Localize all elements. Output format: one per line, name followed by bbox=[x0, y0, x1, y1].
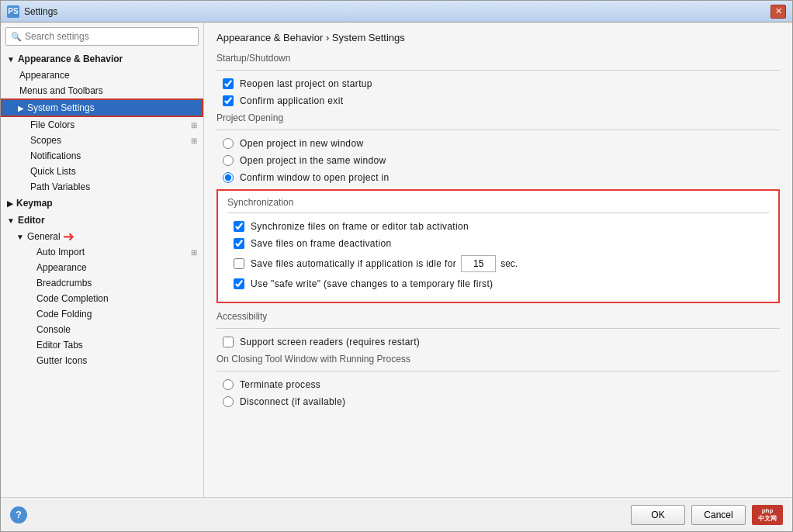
safe-write-row: Use "safe write" (save changes to a temp… bbox=[227, 278, 769, 289]
breadcrumb: Appearance & Behavior › System Settings bbox=[216, 32, 780, 43]
sidebar-item-code-folding[interactable]: Code Folding bbox=[1, 306, 203, 322]
disconnect-row: Disconnect (if available) bbox=[216, 396, 780, 407]
search-box: 🔍 bbox=[5, 27, 199, 46]
radio-same-window-row: Open project in the same window bbox=[216, 155, 780, 166]
footer-left: ? bbox=[10, 506, 27, 523]
arrow-annotation: ➜ bbox=[63, 228, 74, 245]
same-window-radio[interactable] bbox=[223, 155, 234, 166]
save-deactivation-row: Save files on frame deactivation bbox=[227, 238, 769, 249]
sidebar-item-breadcrumbs[interactable]: Breadcrumbs bbox=[1, 275, 203, 291]
terminate-row: Terminate process bbox=[216, 379, 780, 390]
help-button[interactable]: ? bbox=[10, 506, 27, 523]
editor-label: Editor bbox=[18, 215, 45, 226]
sidebar: 🔍 ▼ Appearance & Behavior Appearance Men… bbox=[1, 22, 204, 497]
app-icon: PS bbox=[7, 5, 19, 18]
sync-label: Synchronization bbox=[227, 197, 769, 208]
editor-collapse-icon: ▼ bbox=[7, 216, 15, 225]
save-idle-label-after: sec. bbox=[500, 258, 518, 269]
terminate-radio[interactable] bbox=[223, 379, 234, 390]
save-idle-checkbox[interactable] bbox=[234, 258, 244, 269]
reopen-project-label: Reopen last project on startup bbox=[240, 78, 372, 89]
confirm-exit-checkbox[interactable] bbox=[223, 95, 234, 106]
reopen-project-row: Reopen last project on startup bbox=[216, 78, 780, 89]
ok-button[interactable]: OK bbox=[631, 505, 685, 525]
sidebar-item-code-completion[interactable]: Code Completion bbox=[1, 291, 203, 306]
on-closing-divider bbox=[216, 371, 780, 371]
on-closing-label: On Closing Tool Window with Running Proc… bbox=[216, 354, 780, 364]
general-collapse-icon: ▼ bbox=[16, 233, 24, 241]
radio-confirm-window-row: Confirm window to open project in bbox=[216, 172, 780, 183]
screen-readers-checkbox[interactable] bbox=[223, 337, 234, 347]
save-idle-row: Save files automatically if application … bbox=[227, 255, 769, 272]
idle-value-input[interactable] bbox=[461, 255, 496, 272]
sidebar-section-label: Appearance & Behavior bbox=[18, 54, 123, 64]
disconnect-label: Disconnect (if available) bbox=[240, 396, 345, 407]
sidebar-item-auto-import[interactable]: Auto Import ⊞ bbox=[1, 244, 203, 260]
terminate-label: Terminate process bbox=[240, 379, 320, 390]
sidebar-item-path-variables[interactable]: Path Variables bbox=[1, 179, 203, 195]
new-window-radio[interactable] bbox=[223, 138, 234, 149]
project-opening-divider bbox=[216, 130, 780, 130]
content-area: 🔍 ▼ Appearance & Behavior Appearance Men… bbox=[1, 22, 792, 497]
sidebar-section-appearance-behavior[interactable]: ▼ Appearance & Behavior bbox=[1, 50, 203, 67]
accessibility-divider bbox=[216, 328, 780, 329]
logo-badge: php中文网 bbox=[752, 505, 783, 525]
sidebar-item-system-settings[interactable]: ▶ System Settings bbox=[1, 98, 203, 117]
sidebar-item-general[interactable]: ▼ General ➜ bbox=[1, 229, 203, 244]
safe-write-label: Use "safe write" (save changes to a temp… bbox=[251, 278, 493, 289]
startup-divider bbox=[216, 70, 780, 71]
accessibility-label: Accessibility bbox=[216, 311, 780, 322]
keymap-collapse-icon: ▶ bbox=[7, 199, 13, 208]
sidebar-item-editor-appearance[interactable]: Appearance bbox=[1, 260, 203, 275]
cancel-button[interactable]: Cancel bbox=[691, 505, 746, 525]
sidebar-item-scopes[interactable]: Scopes ⊞ bbox=[1, 133, 203, 148]
sidebar-item-quick-lists[interactable]: Quick Lists bbox=[1, 164, 203, 179]
disconnect-radio[interactable] bbox=[223, 396, 234, 407]
close-button[interactable]: ✕ bbox=[770, 5, 786, 19]
sync-activation-checkbox[interactable] bbox=[234, 221, 244, 232]
search-input[interactable] bbox=[25, 31, 193, 42]
sync-activation-label: Synchronize files on frame or editor tab… bbox=[251, 221, 469, 232]
sidebar-item-gutter-icons[interactable]: Gutter Icons bbox=[1, 353, 203, 368]
sidebar-item-console[interactable]: Console bbox=[1, 322, 203, 337]
sidebar-item-editor-tabs[interactable]: Editor Tabs bbox=[1, 337, 203, 353]
confirm-window-label: Confirm window to open project in bbox=[240, 172, 390, 183]
project-opening-label: Project Opening bbox=[216, 112, 780, 123]
scopes-icon: ⊞ bbox=[191, 136, 197, 145]
collapse-icon: ▼ bbox=[7, 55, 15, 64]
auto-import-icon: ⊞ bbox=[191, 248, 197, 257]
keymap-label: Keymap bbox=[16, 198, 53, 209]
startup-shutdown-label: Startup/Shutdown bbox=[216, 53, 780, 64]
main-content: Appearance & Behavior › System Settings … bbox=[204, 22, 792, 497]
sidebar-item-appearance[interactable]: Appearance bbox=[1, 67, 203, 83]
logo-text: php中文网 bbox=[758, 507, 777, 522]
confirm-exit-row: Confirm application exit bbox=[216, 95, 780, 106]
file-colors-icon: ⊞ bbox=[191, 121, 197, 130]
same-window-label: Open project in the same window bbox=[240, 155, 386, 166]
sidebar-item-menus-toolbars[interactable]: Menus and Toolbars bbox=[1, 83, 203, 98]
sync-divider bbox=[227, 212, 769, 213]
title-bar: PS Settings ✕ bbox=[1, 1, 792, 22]
synchronization-box: Synchronization Synchronize files on fra… bbox=[216, 189, 780, 303]
footer: ? OK Cancel php中文网 bbox=[1, 497, 792, 531]
sidebar-item-file-colors[interactable]: File Colors ⊞ bbox=[1, 117, 203, 133]
confirm-exit-label: Confirm application exit bbox=[240, 95, 343, 106]
screen-readers-label: Support screen readers (requires restart… bbox=[240, 337, 420, 347]
search-icon: 🔍 bbox=[11, 32, 22, 42]
window-title: Settings bbox=[24, 6, 770, 17]
sidebar-section-keymap[interactable]: ▶ Keymap bbox=[1, 195, 203, 212]
save-deactivation-label: Save files on frame deactivation bbox=[251, 238, 392, 249]
safe-write-checkbox[interactable] bbox=[234, 278, 244, 289]
sidebar-item-notifications[interactable]: Notifications bbox=[1, 148, 203, 164]
reopen-project-checkbox[interactable] bbox=[223, 78, 234, 89]
screen-readers-row: Support screen readers (requires restart… bbox=[216, 337, 780, 347]
save-idle-label-before: Save files automatically if application … bbox=[251, 258, 456, 269]
expand-icon: ▶ bbox=[18, 104, 24, 112]
sync-activation-row: Synchronize files on frame or editor tab… bbox=[227, 221, 769, 232]
settings-window: PS Settings ✕ 🔍 ▼ Appearance & Behavior … bbox=[0, 0, 793, 532]
confirm-window-radio[interactable] bbox=[223, 172, 234, 183]
sidebar-section-editor[interactable]: ▼ Editor bbox=[1, 212, 203, 229]
save-deactivation-checkbox[interactable] bbox=[234, 238, 244, 249]
footer-right: OK Cancel php中文网 bbox=[631, 505, 783, 525]
new-window-label: Open project in new window bbox=[240, 138, 363, 149]
